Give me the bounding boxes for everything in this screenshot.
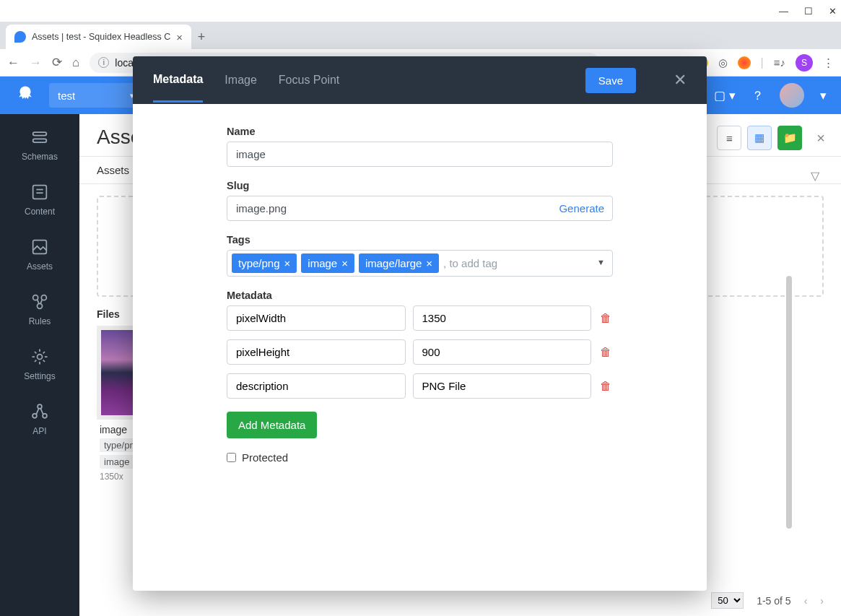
tag-chip: type/png× [232,253,297,273]
asset-editor-modal: Metadata Image Focus Point Save ✕ Name S… [133,56,707,591]
delete-row-icon[interactable]: 🗑 [598,312,613,325]
rules-icon [30,292,50,312]
name-input[interactable] [227,142,613,167]
add-tag-placeholder: , to add tag [443,257,497,269]
tab-image[interactable]: Image [225,59,256,101]
asset-tag: image [100,455,134,469]
browser-tab-title: Assets | test - Squidex Headless C [32,32,170,42]
squidex-favicon-icon [14,31,26,43]
window-maximize-icon[interactable]: ☐ [804,6,813,17]
tags-label: Tags [227,234,613,246]
user-avatar[interactable] [780,83,804,108]
name-label: Name [227,126,613,137]
new-tab-button[interactable]: + [191,30,212,49]
svg-point-8 [38,303,43,308]
filter-icon[interactable]: ▽ [811,169,819,183]
nav-item-content[interactable]: Content [25,182,55,217]
tag-remove-icon[interactable]: × [284,257,291,269]
svg-rect-2 [33,186,47,199]
view-list-button[interactable]: ≡ [717,126,741,150]
nav-item-schemas[interactable]: Schemas [22,127,58,162]
extension-firefox-icon[interactable] [738,56,751,69]
user-menu-caret-icon[interactable]: ▾ [820,88,827,103]
left-nav: Schemas Content Assets Rules Settings AP… [0,114,79,616]
window-minimize-icon[interactable]: — [779,6,788,17]
tab-metadata[interactable]: Metadata [153,58,203,103]
reload-icon[interactable]: ⟳ [52,55,62,70]
reading-list-icon[interactable]: ≡♪ [774,56,785,69]
nav-item-assets[interactable]: Assets [27,237,53,272]
apps-icon[interactable]: ▢ ▾ [714,88,736,103]
back-icon[interactable]: ← [7,56,19,70]
metadata-value-input[interactable] [413,305,592,331]
delete-row-icon[interactable]: 🗑 [598,380,613,393]
tab-close-icon[interactable]: × [176,31,183,43]
tag-chip: image× [301,253,354,273]
profile-avatar[interactable]: S [796,54,813,71]
generate-slug-button[interactable]: Generate [559,202,604,214]
page-size-select[interactable]: 50 [711,592,744,609]
modal-header: Metadata Image Focus Point Save ✕ [133,56,707,104]
metadata-row: 🗑 [227,339,613,365]
content-icon [30,182,50,202]
forward-icon: → [30,56,42,70]
save-button[interactable]: Save [585,68,636,93]
metadata-key-input[interactable] [227,305,406,331]
svg-rect-0 [33,132,47,136]
new-folder-button[interactable]: 📁 [777,126,802,150]
metadata-value-input[interactable] [413,373,592,399]
scrollbar[interactable] [786,276,792,529]
browser-tab[interactable]: Assets | test - Squidex Headless C × [6,25,191,49]
svg-rect-1 [33,139,47,142]
app-name: test [58,90,75,102]
app-selector-dropdown[interactable]: test [49,83,143,108]
slug-label: Slug [227,180,613,191]
nav-item-rules[interactable]: Rules [29,292,51,326]
tag-chip: image/large× [359,253,439,273]
window-controls: — ☐ ✕ [0,0,841,22]
schemas-icon [30,127,50,147]
protected-label: Protected [242,451,288,464]
metadata-row: 🗑 [227,305,613,331]
protected-checkbox[interactable] [227,453,236,462]
svg-point-11 [32,414,37,418]
protected-checkbox-row[interactable]: Protected [227,451,613,464]
modal-close-icon[interactable]: ✕ [674,71,687,90]
extension-circle-icon[interactable]: ◎ [718,56,728,69]
close-panel-icon[interactable]: × [816,130,825,147]
slug-input[interactable] [227,196,613,221]
pager-next-icon[interactable]: › [820,595,824,607]
svg-point-9 [37,355,42,360]
delete-row-icon[interactable]: 🗑 [598,346,613,359]
tag-remove-icon[interactable]: × [341,257,348,269]
pager-prev-icon[interactable]: ‹ [804,595,808,607]
tag-remove-icon[interactable]: × [426,257,432,269]
add-metadata-button[interactable]: Add Metadata [227,412,317,438]
tags-input[interactable]: type/png× image× image/large× , to add t… [227,250,613,277]
api-icon [30,402,50,422]
assets-icon [30,237,50,257]
nav-item-settings[interactable]: Settings [24,347,55,381]
home-icon[interactable]: ⌂ [72,56,79,70]
browser-menu-icon[interactable]: ⋮ [823,56,834,69]
view-grid-button[interactable]: ▦ [747,126,772,150]
squidex-logo-icon[interactable] [14,84,36,106]
pager: 50 1-5 of 5 ‹ › [711,592,824,609]
svg-rect-5 [33,240,47,254]
site-info-icon[interactable]: i [98,57,109,68]
browser-tab-strip: Assets | test - Squidex Headless C × + [0,22,841,49]
svg-point-12 [43,414,47,418]
help-icon[interactable]: ？ [751,87,764,104]
pager-range: 1-5 of 5 [757,595,790,607]
tab-focus-point[interactable]: Focus Point [279,59,339,101]
tags-dropdown-icon[interactable]: ▼ [597,258,605,266]
window-close-icon[interactable]: ✕ [829,6,837,17]
nav-item-api[interactable]: API [30,402,50,436]
gear-icon [30,347,50,367]
metadata-label: Metadata [227,290,613,301]
metadata-value-input[interactable] [413,339,592,365]
metadata-key-input[interactable] [227,373,406,399]
metadata-key-input[interactable] [227,339,406,365]
metadata-row: 🗑 [227,373,613,399]
svg-point-10 [38,404,42,409]
